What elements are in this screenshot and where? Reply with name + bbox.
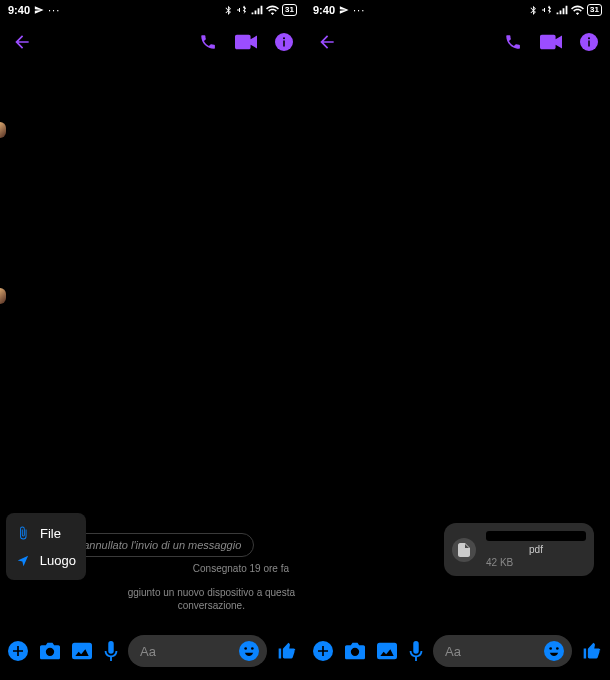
plus-icon[interactable] bbox=[313, 641, 333, 661]
attach-location-label: Luogo bbox=[40, 553, 76, 568]
file-icon bbox=[452, 538, 476, 562]
signal-icon bbox=[556, 5, 568, 15]
svg-point-15 bbox=[544, 641, 564, 661]
attachment-menu: File Luogo bbox=[6, 513, 86, 580]
attach-file-label: File bbox=[40, 526, 61, 541]
info-icon[interactable] bbox=[580, 33, 598, 51]
status-more: ··· bbox=[353, 4, 365, 16]
gallery-icon[interactable] bbox=[72, 642, 92, 660]
chat-header bbox=[305, 20, 610, 64]
battery-level: 31 bbox=[587, 4, 602, 16]
camera-icon[interactable] bbox=[40, 642, 60, 660]
bluetooth-icon bbox=[223, 4, 233, 16]
bluetooth-icon bbox=[528, 4, 538, 16]
file-extension: pdf bbox=[486, 544, 586, 555]
svg-point-4 bbox=[48, 649, 53, 654]
svg-point-17 bbox=[556, 647, 559, 650]
chat-body: pdf 42 KB bbox=[305, 64, 610, 632]
svg-point-8 bbox=[251, 647, 254, 650]
input-placeholder: Aa bbox=[445, 644, 461, 659]
message-input[interactable]: Aa bbox=[128, 635, 267, 667]
status-time: 9:40 bbox=[8, 4, 30, 16]
call-icon[interactable] bbox=[199, 33, 217, 51]
send-status-icon bbox=[339, 5, 349, 15]
svg-point-6 bbox=[239, 641, 259, 661]
status-bar: 9:40 ··· 31 bbox=[0, 0, 305, 20]
plus-icon[interactable] bbox=[8, 641, 28, 661]
info-icon[interactable] bbox=[275, 33, 293, 51]
file-attachment-preview[interactable]: pdf 42 KB bbox=[444, 523, 594, 576]
send-status-icon bbox=[34, 5, 44, 15]
video-call-icon[interactable] bbox=[540, 34, 562, 50]
back-arrow-icon[interactable] bbox=[317, 32, 337, 52]
message-input[interactable]: Aa bbox=[433, 635, 572, 667]
delivered-status: Consegnato 19 ore fa bbox=[193, 563, 305, 574]
status-bar: 9:40 ··· 31 bbox=[305, 0, 610, 20]
status-more: ··· bbox=[48, 4, 60, 16]
vibrate-icon bbox=[541, 4, 553, 16]
back-arrow-icon[interactable] bbox=[12, 32, 32, 52]
input-bar: Aa bbox=[0, 632, 305, 680]
mic-icon[interactable] bbox=[104, 641, 118, 661]
svg-point-11 bbox=[588, 37, 590, 39]
status-time: 9:40 bbox=[313, 4, 335, 16]
location-arrow-icon bbox=[16, 554, 30, 568]
attach-location-item[interactable]: Luogo bbox=[10, 547, 82, 574]
camera-icon[interactable] bbox=[345, 642, 365, 660]
input-placeholder: Aa bbox=[140, 644, 156, 659]
attach-file-item[interactable]: File bbox=[10, 519, 82, 547]
svg-point-2 bbox=[283, 37, 285, 39]
avatar bbox=[0, 288, 6, 304]
like-icon[interactable] bbox=[277, 641, 297, 661]
signal-icon bbox=[251, 5, 263, 15]
svg-rect-5 bbox=[72, 643, 92, 660]
vibrate-icon bbox=[236, 4, 248, 16]
svg-point-16 bbox=[549, 647, 552, 650]
screen-left: 9:40 ··· 31 Hai annullato l'invio di un … bbox=[0, 0, 305, 680]
svg-point-13 bbox=[353, 649, 358, 654]
gallery-icon[interactable] bbox=[377, 642, 397, 660]
svg-rect-14 bbox=[377, 643, 397, 660]
system-message: ggiunto un nuovo dispositivo a questa co… bbox=[128, 586, 295, 612]
avatar bbox=[0, 122, 6, 138]
wifi-icon bbox=[571, 5, 584, 15]
chat-header bbox=[0, 20, 305, 64]
file-name-redacted bbox=[486, 531, 586, 541]
screen-right: 9:40 ··· 31 pdf 42 KB bbox=[305, 0, 610, 680]
svg-rect-10 bbox=[588, 41, 590, 47]
like-icon[interactable] bbox=[582, 641, 602, 661]
svg-point-7 bbox=[244, 647, 247, 650]
call-icon[interactable] bbox=[504, 33, 522, 51]
input-bar: Aa bbox=[305, 632, 610, 680]
paperclip-icon bbox=[16, 525, 30, 541]
emoji-icon[interactable] bbox=[239, 641, 259, 661]
file-size: 42 KB bbox=[486, 557, 586, 568]
svg-rect-1 bbox=[283, 41, 285, 47]
chat-body: Hai annullato l'invio di un messaggio Co… bbox=[0, 64, 305, 632]
wifi-icon bbox=[266, 5, 279, 15]
battery-level: 31 bbox=[282, 4, 297, 16]
mic-icon[interactable] bbox=[409, 641, 423, 661]
video-call-icon[interactable] bbox=[235, 34, 257, 50]
emoji-icon[interactable] bbox=[544, 641, 564, 661]
